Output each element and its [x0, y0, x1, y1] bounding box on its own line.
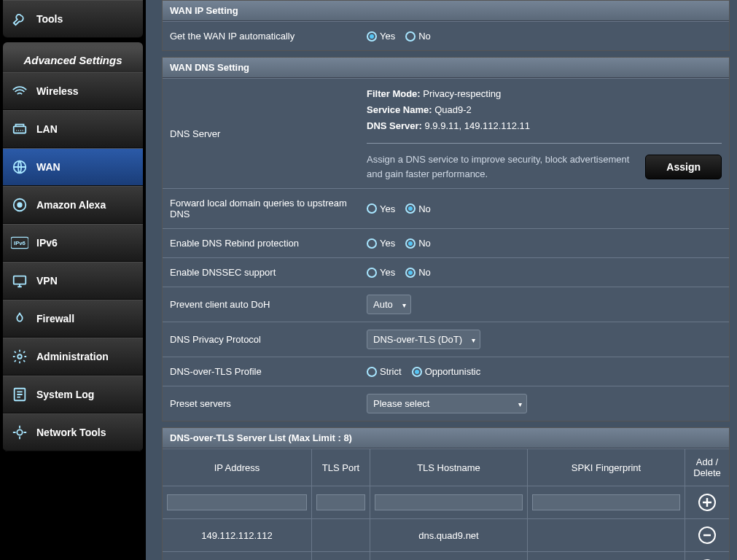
sidebar-item-lan[interactable]: LAN: [3, 110, 143, 148]
panel-wan-dns: WAN DNS Setting DNS Server Filter Mode: …: [162, 57, 730, 421]
sidebar-item-label: VPN: [36, 275, 58, 287]
sidebar-item-alexa[interactable]: Amazon Alexa: [3, 186, 143, 224]
alexa-icon: [10, 195, 29, 214]
sidebar-item-firewall[interactable]: Firewall: [3, 300, 143, 338]
ip-input[interactable]: [167, 494, 307, 510]
chevron-down-icon: ▾: [402, 300, 406, 308]
radio-yes[interactable]: Yes: [367, 203, 395, 214]
svg-text:IPv6: IPv6: [14, 240, 26, 246]
row-forward-queries: Forward local domain queries to upstream…: [163, 188, 729, 228]
radio-dot-icon: [405, 31, 416, 42]
svg-point-9: [17, 429, 22, 435]
table-row: 9.9.9.9 dns.quad9.net: [163, 551, 729, 560]
col-spki: SPKI Fingerprint: [528, 448, 685, 486]
add-button[interactable]: [698, 494, 716, 511]
radio-dot-icon: [367, 31, 377, 42]
host-input[interactable]: [375, 494, 523, 510]
radio-label: No: [418, 31, 431, 42]
row-label: Forward local domain queries to upstream…: [163, 189, 359, 228]
dns-assign-description: Assign a DNS service to improve security…: [367, 152, 636, 181]
vpn-icon: [10, 271, 29, 290]
svg-rect-6: [14, 276, 26, 284]
row-dnssec: Enable DNSSEC support Yes No: [163, 257, 729, 287]
sidebar-item-wireless[interactable]: Wireless: [3, 72, 143, 110]
row-privacy-proto: DNS Privacy Protocol DNS-over-TLS (DoT)▾: [163, 322, 729, 357]
radio-label: No: [418, 267, 431, 278]
row-value: Please select▾: [359, 386, 729, 421]
service-name-label: Service Name:: [367, 104, 432, 115]
radio-dot-icon: [367, 268, 377, 278]
row-label: Enable DNS Rebind protection: [163, 229, 359, 257]
row-value: DNS-over-TLS (DoT)▾: [359, 322, 729, 357]
chevron-down-icon: ▾: [472, 335, 475, 343]
radio-no[interactable]: No: [405, 238, 431, 249]
radio-dot-icon: [405, 203, 416, 214]
assign-button[interactable]: Assign: [645, 155, 722, 179]
radio-label: No: [418, 203, 431, 214]
privacy-proto-select[interactable]: DNS-over-TLS (DoT)▾: [367, 330, 480, 349]
cell-ip: 9.9.9.9: [163, 551, 312, 560]
radio-strict[interactable]: Strict: [367, 366, 402, 377]
sidebar-item-ipv6[interactable]: IPv6 IPv6: [3, 224, 143, 262]
row-dns-server: DNS Server Filter Mode: Privacy-respecti…: [163, 78, 729, 188]
sidebar-item-label: LAN: [36, 123, 58, 135]
nav-item-tools[interactable]: Tools: [3, 0, 143, 38]
panel-wan-ip: WAN IP Setting Get the WAN IP automatica…: [162, 0, 730, 51]
radio-group-rebind: Yes No: [367, 238, 431, 249]
cell-host: dns.quad9.net: [370, 518, 528, 551]
radio-label: Opportunistic: [425, 366, 481, 377]
radio-yes[interactable]: Yes: [367, 267, 395, 278]
filter-mode-value: Privacy-respecting: [423, 88, 501, 99]
sidebar-item-wan[interactable]: WAN: [3, 148, 143, 186]
radio-label: Yes: [380, 267, 395, 278]
row-label: DNS Privacy Protocol: [163, 322, 359, 357]
col-port: TLS Port: [312, 448, 370, 486]
port-input[interactable]: [316, 494, 365, 510]
radio-group-dnssec: Yes No: [367, 267, 431, 278]
svg-rect-0: [14, 126, 26, 133]
radio-group-tlsprofile: Strict Opportunistic: [367, 366, 480, 377]
radio-dot-icon: [367, 203, 377, 214]
radio-opportunistic[interactable]: Opportunistic: [412, 366, 481, 377]
select-value: DNS-over-TLS (DoT): [373, 334, 462, 345]
radio-no[interactable]: No: [405, 267, 431, 278]
tools-icon: [10, 423, 29, 442]
radio-yes[interactable]: Yes: [367, 238, 395, 249]
radio-yes[interactable]: Yes: [367, 31, 395, 42]
ipv6-icon: IPv6: [10, 233, 29, 252]
row-value: Yes No: [359, 189, 729, 228]
sidebar: Tools Advanced Settings Wireless LAN WAN…: [0, 0, 146, 560]
row-label: Get the WAN IP automatically: [163, 22, 359, 50]
wrench-icon: [10, 9, 29, 28]
table-row: 149.112.112.112 dns.quad9.net: [163, 518, 729, 551]
radio-no[interactable]: No: [405, 31, 431, 42]
doh-select[interactable]: Auto▾: [367, 295, 411, 314]
radio-label: Strict: [380, 366, 402, 377]
sidebar-item-label: Amazon Alexa: [36, 199, 106, 211]
radio-label: No: [418, 238, 431, 249]
panel-title: DNS-over-TLS Server List (Max Limit : 8): [163, 428, 729, 448]
row-label: DNS-over-TLS Profile: [163, 357, 359, 386]
sidebar-item-systemlog[interactable]: System Log: [3, 376, 143, 413]
row-rebind-protect: Enable DNS Rebind protection Yes No: [163, 228, 729, 257]
cell-port: [312, 551, 370, 560]
firewall-icon: [10, 309, 29, 328]
sidebar-item-vpn[interactable]: VPN: [3, 262, 143, 300]
spki-input[interactable]: [532, 494, 680, 510]
svg-point-3: [17, 203, 22, 207]
col-act: Add / Delete: [685, 448, 729, 486]
main-content: WAN IP Setting Get the WAN IP automatica…: [146, 0, 737, 560]
row-label: Enable DNSSEC support: [163, 258, 359, 287]
sidebar-item-networktools[interactable]: Network Tools: [3, 413, 143, 451]
gear-icon: [10, 347, 29, 366]
radio-no[interactable]: No: [405, 203, 431, 214]
cell-ip: 149.112.112.112: [163, 518, 312, 551]
sidebar-item-label: IPv6: [36, 237, 58, 249]
dns-server-list-label: DNS Server:: [367, 120, 422, 131]
table-head: IP Address TLS Port TLS Hostname SPKI Fi…: [163, 448, 729, 486]
preset-select[interactable]: Please select▾: [367, 394, 527, 413]
filter-mode-label: Filter Mode:: [367, 88, 421, 99]
sidebar-item-administration[interactable]: Administration: [3, 338, 143, 376]
panel-tls-list: DNS-over-TLS Server List (Max Limit : 8)…: [162, 427, 730, 560]
delete-button[interactable]: [698, 526, 716, 544]
